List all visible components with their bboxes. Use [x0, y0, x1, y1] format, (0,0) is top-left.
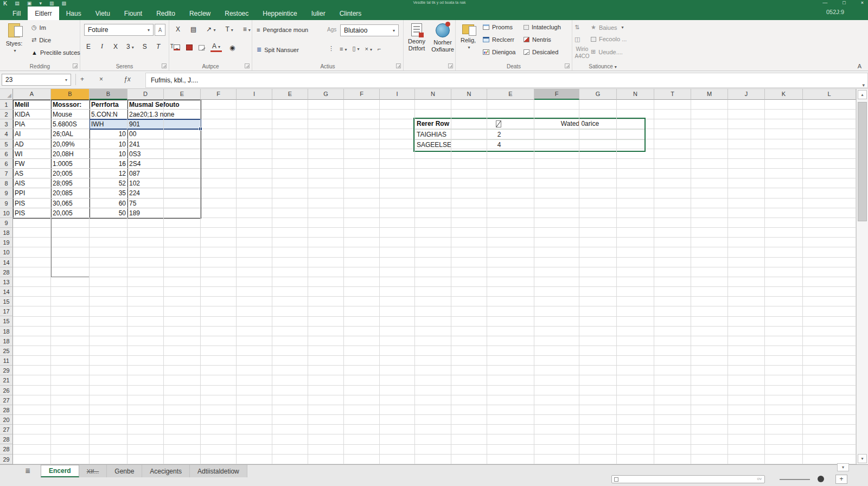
customize-qat-icon[interactable]: ▧	[61, 0, 66, 7]
dialog-launcher-icon[interactable]	[73, 63, 78, 68]
cell-r12-c3[interactable]: 50	[90, 208, 127, 218]
row-header-15[interactable]: 19	[0, 238, 13, 247]
cell-r5-c3[interactable]: 10	[90, 139, 127, 149]
side-table-label[interactable]: SAGEELSE	[417, 140, 451, 150]
cell-r3-c1[interactable]: PIA	[13, 119, 51, 129]
col-header-E-4[interactable]: E	[164, 89, 201, 100]
blutaioo-dropdown[interactable]: Blutaioo	[340, 24, 399, 36]
sheet-tab-acecigents[interactable]: Acecigents	[142, 465, 190, 477]
row-header-21[interactable]: 15	[0, 297, 13, 306]
cell-r10-c1[interactable]: PPI	[13, 188, 51, 198]
eye-icon[interactable]: ◉	[228, 43, 237, 52]
cell-r10-c3[interactable]: 35	[90, 188, 127, 198]
cell-r1-c2[interactable]: Mosssor:	[51, 100, 90, 110]
sheet-tab-adtiistaldetiow[interactable]: Adtiistaldetiow	[190, 465, 247, 477]
cell-r7-c2[interactable]: 1:0005	[51, 159, 90, 169]
col-header-K-20[interactable]: K	[765, 89, 803, 100]
col-header-E-13[interactable]: E	[487, 89, 534, 100]
styles-big-button[interactable]: Styes:	[2, 23, 27, 53]
col-header-N-11[interactable]: N	[415, 89, 451, 100]
clear-icon[interactable]: X	[174, 25, 182, 34]
sheet-nav-icon[interactable]: ≣	[25, 467, 30, 475]
cell-r7-c4[interactable]: 2S4	[127, 159, 201, 169]
norher-oxfiaure-button[interactable]: Norher Oxfiaure	[430, 23, 456, 53]
row-header-32[interactable]: 28	[0, 405, 13, 415]
cell-r4-c4[interactable]: 00	[127, 129, 201, 139]
cell-r9-c2[interactable]: 28;095	[51, 178, 90, 188]
cell-r7-c3[interactable]: 16	[90, 159, 127, 169]
dialog-launcher-icon[interactable]	[565, 63, 570, 68]
cell-r2-c2[interactable]: Mouse	[51, 110, 90, 119]
orientation-icon[interactable]: ↗	[205, 25, 217, 34]
cell-r3-c2[interactable]: 5.6800S	[51, 119, 90, 129]
dots-icon[interactable]: ⋮	[328, 45, 334, 52]
ribbon-tab-haus[interactable]: Haus	[59, 7, 88, 20]
dienigoa-button[interactable]: Dienigoa	[483, 49, 515, 55]
app-icon[interactable]: K	[3, 0, 7, 7]
font-size-button[interactable]: A	[155, 24, 165, 36]
side-table-label[interactable]: TAIGHIAS	[417, 130, 446, 140]
col-header-D-3[interactable]: D	[127, 89, 164, 100]
corner-icon[interactable]: ⌐	[378, 46, 381, 52]
cell-r8-c2[interactable]: 20;005	[51, 169, 90, 178]
delete-icon[interactable]: ×	[365, 46, 372, 52]
ribbon-tab-clinters[interactable]: Clinters	[333, 7, 369, 20]
cell-r6-c1[interactable]: WI	[13, 149, 51, 159]
scroll-down-box-icon[interactable]: ▾	[837, 463, 849, 471]
row-header-23[interactable]: 15	[0, 316, 13, 326]
fill-lines-icon[interactable]: ▤	[189, 25, 198, 34]
function-icon[interactable]: ƒx	[124, 75, 131, 83]
row-header-14[interactable]: 18	[0, 228, 13, 238]
relig-big-button[interactable]: Relig,	[457, 24, 480, 50]
cell-r1-c3[interactable]: Perrforta	[90, 100, 127, 110]
font-name-dropdown[interactable]: Fotuire	[84, 24, 154, 36]
cell-r12-c1[interactable]: PIS	[13, 208, 51, 218]
cell-r11-c2[interactable]: 30,065	[51, 199, 90, 208]
scroll-up-icon[interactable]: ▴	[858, 90, 867, 99]
cell-r7-c1[interactable]: FW	[13, 159, 51, 169]
fill-color-icon[interactable]	[186, 44, 193, 50]
col-header-F-9[interactable]: F	[344, 89, 380, 100]
zoom-knob[interactable]	[818, 476, 824, 482]
nentris-button[interactable]: Nentris	[524, 36, 551, 43]
print-icon[interactable]: ▥	[49, 0, 54, 7]
row-header-31[interactable]: 27	[0, 395, 13, 405]
ribbon-tab-vietu[interactable]: Vietu	[88, 7, 117, 20]
row-header-10[interactable]: 9	[0, 188, 13, 198]
sort-button[interactable]: ⇅	[575, 24, 579, 31]
cell-r5-c4[interactable]: 241	[127, 139, 201, 149]
col-header-L-21[interactable]: L	[803, 89, 856, 100]
dialog-launcher-icon[interactable]	[448, 63, 453, 68]
col-header-M-18[interactable]: M	[691, 89, 728, 100]
cell-r6-c2[interactable]: 20,08H	[51, 149, 90, 159]
sheet-tab-xif[interactable]: XIf...	[79, 465, 107, 477]
row-header-26[interactable]: 25	[0, 346, 13, 356]
cancel-icon[interactable]: ×	[99, 75, 103, 83]
cell-r12-c2[interactable]: 20,005	[51, 208, 90, 218]
dice-button[interactable]: ⇄ Dice	[31, 36, 51, 43]
side-table-header-right[interactable]: Wated 0arice	[539, 119, 621, 129]
cell-r5-c2[interactable]: 20,09%	[51, 139, 90, 149]
cell-r12-c4[interactable]: 189	[127, 208, 201, 218]
row-header-35[interactable]: 28	[0, 434, 13, 444]
cell-r1-c1[interactable]: Melil	[13, 100, 51, 110]
row-header-27[interactable]: 11	[0, 356, 13, 366]
row-header-12[interactable]: 10	[0, 208, 13, 218]
cell-r2-c4[interactable]: 2ae20;1.3 none	[127, 110, 201, 119]
cell-r11-c4[interactable]: 75	[127, 199, 201, 208]
row-header-37[interactable]: 29	[0, 455, 13, 464]
ribbon-tab-iulier[interactable]: Iulier	[304, 7, 333, 20]
align-list-icon[interactable]: ≡	[241, 25, 252, 34]
pen-icon[interactable]	[199, 45, 205, 50]
cell-r11-c3[interactable]: 60	[90, 199, 127, 208]
format-button-2[interactable]: X	[111, 42, 120, 51]
cell-icon[interactable]: ▯	[352, 45, 359, 52]
row-header-25[interactable]: 18	[0, 336, 13, 346]
ribbon-tab-redlto[interactable]: Redlto	[149, 7, 182, 20]
row-header-6[interactable]: 6	[0, 149, 13, 159]
baiues-button[interactable]: ★ Baiues	[591, 24, 624, 31]
row-header-11[interactable]: 9	[0, 199, 13, 208]
col-header-E-7[interactable]: E	[272, 89, 308, 100]
row-header-33[interactable]: 20	[0, 415, 13, 425]
cell-r9-c1[interactable]: AIS	[13, 178, 51, 188]
